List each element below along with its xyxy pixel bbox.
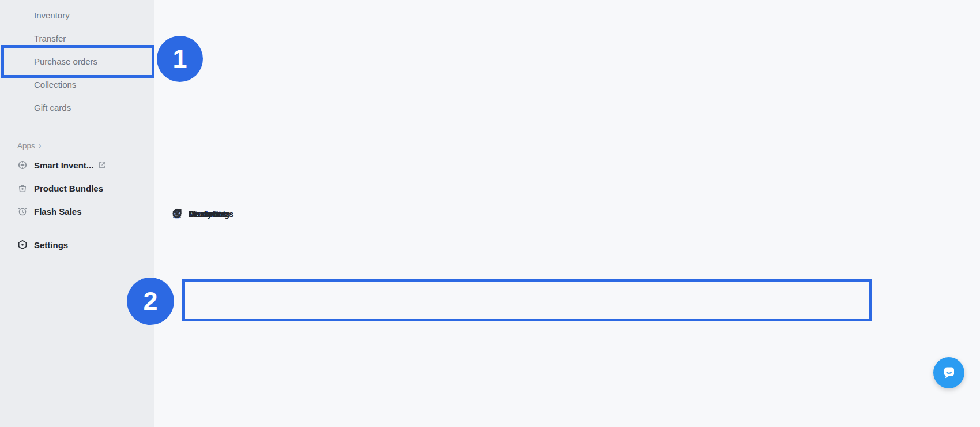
- chevron-right-icon: ›: [39, 141, 42, 150]
- sidebar-app-item-flash-sales[interactable]: Flash Sales: [0, 200, 154, 223]
- sidebar-item-collections[interactable]: Collections: [0, 73, 154, 96]
- product-bundles-icon: [17, 183, 28, 193]
- sidebar-app-item-smart-invent[interactable]: Smart Invent...: [0, 153, 154, 177]
- chat-bubble-icon: [941, 365, 957, 381]
- sidebar-item-transfer[interactable]: Transfer: [0, 27, 154, 50]
- external-link-icon: [98, 161, 106, 169]
- sidebar-item-gift-cards[interactable]: Gift cards: [0, 96, 154, 119]
- smart-inventory-icon: [17, 160, 28, 170]
- sidebar-item-settings[interactable]: Settings: [0, 233, 154, 256]
- sidebar-section-apps[interactable]: Apps ›: [0, 137, 154, 153]
- sidebar: Home Orders 86 Products Invent: [0, 0, 154, 427]
- sidebar-item-analytics[interactable]: Analytics: [154, 0, 980, 427]
- chat-widget-button[interactable]: [933, 357, 964, 388]
- sidebar-apps-list: Smart Invent... Product Bundles Flash Sa…: [0, 153, 154, 223]
- products-admin-page: Home Orders 86 Products Invent: [0, 0, 980, 427]
- sidebar-item-inventory[interactable]: Inventory: [0, 3, 154, 27]
- sidebar-item-purchase-orders[interactable]: Purchase orders: [0, 50, 154, 73]
- sidebar-app-item-product-bundles[interactable]: Product Bundles: [0, 177, 154, 200]
- analytics-icon: [172, 208, 182, 219]
- sidebar-nav-list: Home Orders 86 Products Invent: [0, 3, 154, 119]
- flash-sales-icon: [17, 206, 28, 216]
- gear-icon: [17, 239, 28, 250]
